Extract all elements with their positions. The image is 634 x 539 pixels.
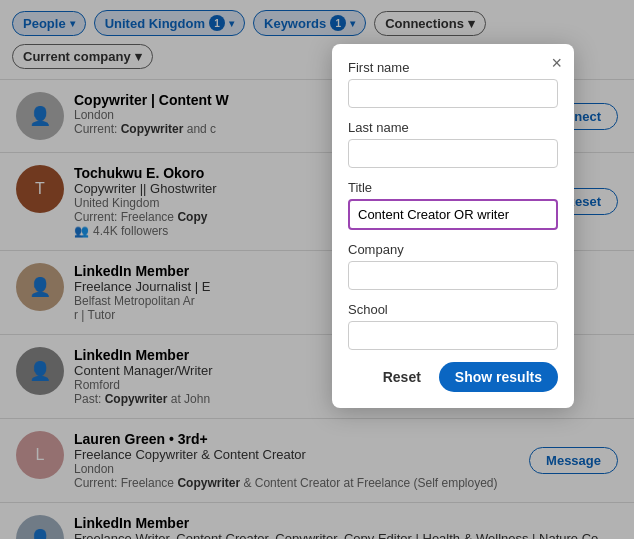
school-label: School bbox=[348, 302, 558, 317]
modal-actions: Reset Show results bbox=[348, 362, 558, 392]
title-label: Title bbox=[348, 180, 558, 195]
title-group: Title bbox=[348, 180, 558, 230]
reset-button[interactable]: Reset bbox=[375, 362, 429, 392]
modal-close-button[interactable]: × bbox=[551, 54, 562, 72]
school-group: School bbox=[348, 302, 558, 350]
filter-modal: × First name Last name Title Company Sch… bbox=[332, 44, 574, 408]
first-name-group: First name bbox=[348, 60, 558, 108]
modal-overlay: × First name Last name Title Company Sch… bbox=[0, 0, 634, 539]
company-input[interactable] bbox=[348, 261, 558, 290]
last-name-label: Last name bbox=[348, 120, 558, 135]
show-results-button[interactable]: Show results bbox=[439, 362, 558, 392]
company-label: Company bbox=[348, 242, 558, 257]
company-group: Company bbox=[348, 242, 558, 290]
last-name-input[interactable] bbox=[348, 139, 558, 168]
first-name-label: First name bbox=[348, 60, 558, 75]
title-input[interactable] bbox=[348, 199, 558, 230]
school-input[interactable] bbox=[348, 321, 558, 350]
first-name-input[interactable] bbox=[348, 79, 558, 108]
last-name-group: Last name bbox=[348, 120, 558, 168]
